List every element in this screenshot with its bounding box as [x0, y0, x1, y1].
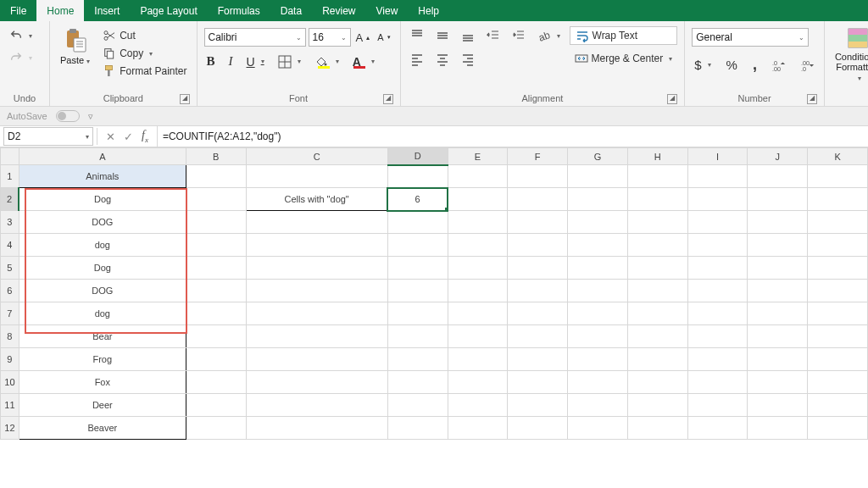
column-header-K[interactable]: K: [808, 148, 868, 165]
cell-H4[interactable]: [627, 234, 687, 257]
cell-A8[interactable]: Bear: [19, 325, 186, 348]
decrease-decimal-button[interactable]: .00.0: [798, 58, 817, 73]
accounting-format-button[interactable]: $▾: [692, 57, 713, 73]
decrease-font-button[interactable]: A▾: [375, 31, 392, 43]
number-format-select[interactable]: General⌄: [692, 28, 809, 47]
cell-H2[interactable]: [627, 188, 687, 211]
cell-C11[interactable]: [246, 394, 387, 417]
cell-D7[interactable]: [387, 302, 448, 325]
cell-K1[interactable]: [808, 165, 868, 188]
increase-indent-button[interactable]: [509, 28, 528, 43]
cell-E10[interactable]: [448, 371, 508, 394]
cell-G5[interactable]: [568, 257, 628, 280]
cell-G6[interactable]: [568, 280, 628, 302]
column-header-E[interactable]: E: [448, 148, 508, 165]
select-all-corner[interactable]: [1, 148, 19, 165]
align-left-button[interactable]: [408, 52, 426, 67]
cell-G8[interactable]: [568, 325, 628, 348]
cell-E11[interactable]: [448, 394, 508, 417]
cell-C12[interactable]: [246, 417, 387, 440]
cell-B3[interactable]: [186, 211, 246, 234]
tab-file[interactable]: File: [0, 0, 36, 21]
cell-I11[interactable]: [687, 394, 748, 417]
borders-button[interactable]: ▾: [275, 54, 303, 69]
cell-K2[interactable]: [808, 188, 868, 211]
tab-review[interactable]: Review: [312, 0, 365, 21]
cell-A1[interactable]: Animals: [19, 165, 186, 188]
cell-A3[interactable]: DOG: [19, 211, 186, 234]
cell-I5[interactable]: [687, 257, 748, 280]
alignment-dialog-launcher[interactable]: ◢: [667, 94, 677, 104]
cell-B2[interactable]: [186, 188, 246, 211]
cell-F7[interactable]: [508, 302, 568, 325]
row-header-5[interactable]: 5: [1, 257, 19, 280]
cell-I8[interactable]: [687, 325, 748, 348]
cell-I1[interactable]: [687, 165, 748, 188]
cell-C10[interactable]: [246, 371, 387, 394]
italic-button[interactable]: I: [226, 53, 236, 69]
cell-F1[interactable]: [508, 165, 568, 188]
cell-B8[interactable]: [186, 325, 246, 348]
conditional-formatting-button[interactable]: ConditionalFormatting ▾: [832, 25, 868, 86]
format-painter-button[interactable]: Format Painter: [100, 64, 189, 79]
cell-E1[interactable]: [448, 165, 508, 188]
cell-B5[interactable]: [186, 257, 246, 280]
cell-D4[interactable]: [387, 234, 448, 257]
cell-B1[interactable]: [186, 165, 246, 188]
fill-color-button[interactable]: ▾: [312, 54, 342, 69]
formula-bar[interactable]: =COUNTIF(A2:A12,"dog"): [158, 130, 868, 142]
cell-D8[interactable]: [387, 325, 448, 348]
cell-B9[interactable]: [186, 348, 246, 371]
cell-H10[interactable]: [627, 371, 687, 394]
cell-H8[interactable]: [627, 325, 687, 348]
cell-A7[interactable]: dog: [19, 302, 186, 325]
qat-customize[interactable]: ▿: [88, 111, 93, 122]
tab-data[interactable]: Data: [270, 0, 312, 21]
cell-K6[interactable]: [808, 280, 868, 302]
cell-J12[interactable]: [748, 417, 808, 440]
cell-K12[interactable]: [808, 417, 868, 440]
cell-G12[interactable]: [568, 417, 628, 440]
cell-H1[interactable]: [627, 165, 687, 188]
cell-C2[interactable]: Cells with "dog": [246, 188, 387, 211]
column-header-B[interactable]: B: [186, 148, 246, 165]
cell-A5[interactable]: Dog: [19, 257, 186, 280]
tab-page-layout[interactable]: Page Layout: [130, 0, 207, 21]
cell-J9[interactable]: [748, 348, 808, 371]
cell-B10[interactable]: [186, 371, 246, 394]
orientation-button[interactable]: ab▾: [535, 28, 563, 43]
cell-I9[interactable]: [687, 348, 748, 371]
cell-E9[interactable]: [448, 348, 508, 371]
row-header-8[interactable]: 8: [1, 325, 19, 348]
column-header-I[interactable]: I: [687, 148, 748, 165]
cell-H6[interactable]: [627, 280, 687, 302]
cell-K8[interactable]: [808, 325, 868, 348]
cell-B7[interactable]: [186, 302, 246, 325]
cell-J1[interactable]: [748, 165, 808, 188]
cell-D3[interactable]: [387, 211, 448, 234]
increase-font-button[interactable]: A▴: [353, 30, 373, 45]
cell-G2[interactable]: [568, 188, 628, 211]
cancel-formula-button[interactable]: ✕: [106, 130, 115, 143]
cell-E4[interactable]: [448, 234, 508, 257]
row-header-7[interactable]: 7: [1, 302, 19, 325]
cell-I6[interactable]: [687, 280, 748, 302]
cell-F8[interactable]: [508, 325, 568, 348]
cell-F5[interactable]: [508, 257, 568, 280]
cell-G7[interactable]: [568, 302, 628, 325]
cell-K5[interactable]: [808, 257, 868, 280]
cell-D11[interactable]: [387, 394, 448, 417]
bold-button[interactable]: B: [204, 53, 218, 69]
cell-E2[interactable]: [448, 188, 508, 211]
cell-J8[interactable]: [748, 325, 808, 348]
cell-K4[interactable]: [808, 234, 868, 257]
cell-D5[interactable]: [387, 257, 448, 280]
cell-F6[interactable]: [508, 280, 568, 302]
cell-I3[interactable]: [687, 211, 748, 234]
cell-J7[interactable]: [748, 302, 808, 325]
cell-I2[interactable]: [687, 188, 748, 211]
cell-B6[interactable]: [186, 280, 246, 302]
cell-K10[interactable]: [808, 371, 868, 394]
cell-G3[interactable]: [568, 211, 628, 234]
tab-view[interactable]: View: [366, 0, 409, 21]
